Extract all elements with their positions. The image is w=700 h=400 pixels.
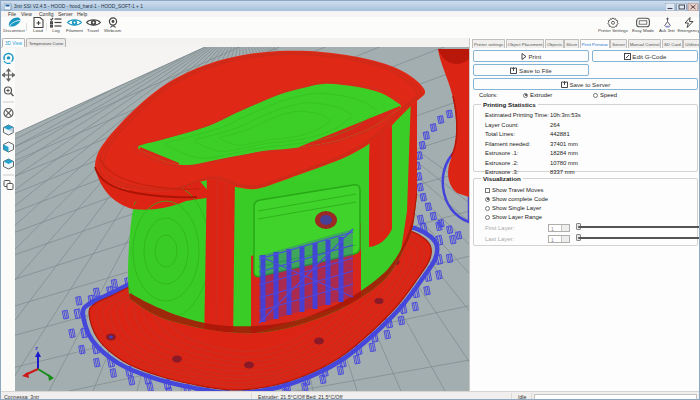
svg-text:z: z (35, 345, 38, 351)
